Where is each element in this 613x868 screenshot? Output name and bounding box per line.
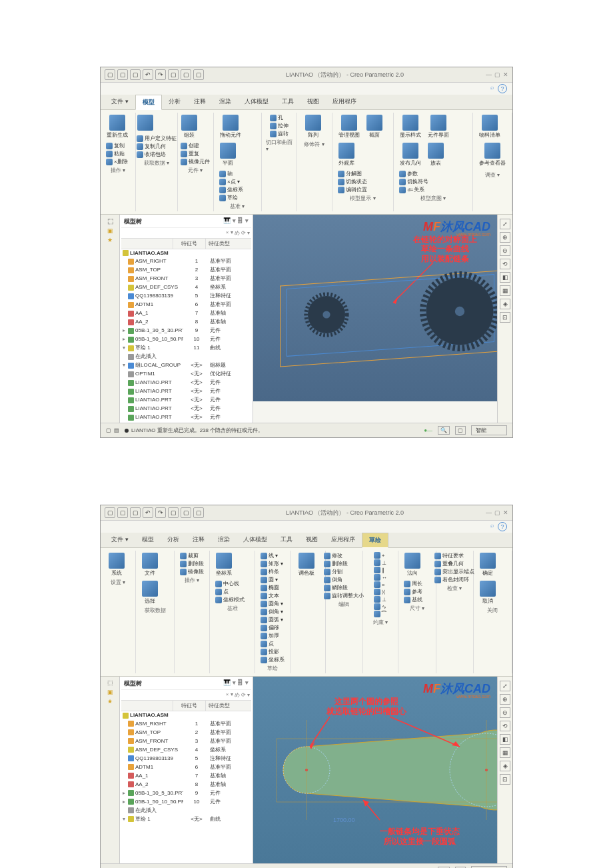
tree-row[interactable]: ASM_DEF_CSYS4坐标系 [121,745,251,754]
tree-row[interactable]: ASM_RIGHT1基准平面 [121,719,251,728]
qat-regen-icon[interactable]: ▢ [168,69,179,80]
ribbon-button-small[interactable]: 创建 [179,142,211,149]
ribbon-button-small[interactable]: 镜像元件 [179,158,211,165]
ribbon-button[interactable]: 管理视图 [336,114,362,139]
ribbon-button-small[interactable]: 投影 [259,648,286,655]
ribbon-button-small[interactable]: 样条 [259,568,286,575]
ribbon-button-small[interactable]: 复制 [105,142,129,149]
saved-view-icon[interactable]: ▦ [500,285,510,296]
qat-redo-icon[interactable]: ↷ [155,69,166,80]
ribbon-button-small[interactable]: 复制几何 [135,143,178,150]
tab-render[interactable]: 渲染 [213,95,238,109]
tab-manikin[interactable]: 人体模型 [238,95,275,109]
repaint-icon[interactable]: ⟲ [500,721,510,731]
tree-row[interactable]: ▾草绘 111曲线 [121,343,251,352]
viewport-sketch[interactable]: MF沐风CAD www.mfcad.com 这里两个圆的参照 就选取链轮的凹槽圆… [253,677,497,863]
repaint-icon[interactable]: ⟲ [500,259,510,269]
tab-apps[interactable]: 应用程序 [324,533,362,547]
display-icon[interactable]: ▦ [500,747,510,758]
minimize-icon[interactable]: — [486,509,492,516]
ribbon-button-small[interactable]: 圆角 ▾ [259,600,286,607]
star-icon[interactable]: ★ [107,237,113,243]
ribbon-button[interactable]: 组装 [179,114,199,139]
ribbon-button-small[interactable]: 删除段 [179,560,205,567]
close-icon[interactable]: ✕ [503,509,508,516]
tree-row[interactable]: OPTIM1<无>优化特征 [121,369,251,378]
ribbon-button-small[interactable]: 轴 [218,170,245,177]
tree-row[interactable]: ▸05B-1_50_10_50.PRT10元件 [121,797,251,806]
tab-model[interactable]: 模型 [135,533,161,547]
maximize-icon[interactable]: ▢ [494,509,500,516]
ribbon-button[interactable]: 法向 [402,552,422,577]
tree-row[interactable]: AA_28基准轴 [121,317,251,326]
ribbon-button-small[interactable]: 线 ▾ [259,552,286,559]
ribbon-button-small[interactable]: ⊥ [372,596,388,603]
datum-icon[interactable]: ⊡ [500,312,510,323]
ribbon-button-small[interactable]: ∿ [372,603,388,610]
tree-root[interactable]: LIANTIAO.ASM [121,249,251,257]
ribbon-button-small[interactable]: ×点 ▾ [218,178,245,185]
qat-open-icon[interactable]: ▢ [117,69,128,80]
close-icon[interactable]: ✕ [503,71,508,78]
ribbon-button-small[interactable]: 拉伸 [269,122,290,129]
ribbon-button-small[interactable]: 粘贴 [105,150,129,157]
tree-row[interactable]: AA_28基准轴 [121,780,251,789]
ribbon-button[interactable]: 取消 [478,580,498,605]
zoom-out-icon[interactable]: ⊖ [500,245,510,256]
qat-undo-icon[interactable]: ↶ [143,69,153,80]
ribbon-button-small[interactable]: 参考 [402,588,424,595]
ribbon-button-small[interactable]: ↔ [372,574,388,581]
ribbon-button[interactable]: 文件 [140,552,160,577]
status-browser-icon[interactable]: ▤ [114,427,119,433]
ribbon-button[interactable]: 发布几何 [398,142,423,167]
zoom-out-icon[interactable]: ⊖ [500,707,510,718]
tree-icon[interactable]: ⬚ [107,217,113,225]
ribbon-button-small[interactable]: 分解图 [336,170,368,177]
ribbon-button-small[interactable]: 重叠几何 [433,560,476,567]
ribbon-button-small[interactable]: 编辑位置 [336,186,368,193]
ribbon-button-small[interactable]: 修改 [322,552,365,559]
tree-row[interactable]: AA_17基准轴 [121,309,251,317]
tree-row[interactable]: ▾草绘 1<无>曲线 [121,815,251,823]
qat-regen-icon[interactable]: ▢ [168,507,179,518]
tab-analysis[interactable]: 分析 [162,95,187,109]
tree-row[interactable]: 在此插入 [121,352,251,361]
tab-manikin[interactable]: 人体模型 [237,533,274,547]
tab-annotate[interactable]: 注释 [187,95,213,109]
ribbon-button[interactable] [135,114,155,132]
ribbon-button-small[interactable]: 偏移 [259,624,286,631]
tree-row[interactable]: LIANTIAO.PRT<无>元件 [121,404,251,413]
refit-icon[interactable]: ⤢ [500,681,510,691]
viewport-3d[interactable]: MF沐风CAD www.mfcad.com 在链轮的对称面上 草绘一条曲线 用以… [253,215,497,401]
ribbon-button-small[interactable]: ∥ [372,567,388,573]
tree-settings-icon[interactable]: 🎹 ▾ 🗄 ▾ [223,679,249,688]
help-icon[interactable]: ? [498,522,507,531]
ribbon-button-small[interactable]: ×删除 [105,158,129,165]
ribbon-button-small[interactable]: 中心线 [214,580,246,587]
ribbon-button[interactable]: 选择 [140,580,160,605]
tab-file[interactable]: 文件 ▾ [105,95,135,109]
ribbon-button[interactable]: 系统 [107,552,127,577]
ribbon-button[interactable]: 确定 [478,552,498,577]
ribbon-button-small[interactable]: 坐标模式 [214,596,246,603]
tree-row[interactable]: ▸05B-1_30_5_30.PRT9元件 [121,326,251,335]
tree-root[interactable]: LIANTIAO.ASM [121,711,251,719]
ribbon-button-small[interactable]: 收缩包络 [135,151,178,158]
display-style-icon[interactable]: ◧ [500,272,510,283]
tree-row[interactable]: 在此插入 [121,806,251,815]
tree-row[interactable]: AA_17基准轴 [121,771,251,780]
ribbon-button-small[interactable]: 镜像段 [179,568,205,575]
tree-row[interactable]: QQ11988031395注释特征 [121,754,251,763]
folder-icon[interactable]: ▣ [107,227,113,234]
ribbon-button-small[interactable]: d=关系 [398,186,430,193]
tab-sketch[interactable]: 草绘 [362,533,388,548]
ribbon-button-small[interactable]: 基线 [402,596,424,603]
ribbon-button[interactable]: 重新生成 [105,114,130,139]
search-icon[interactable]: ⌕ [490,84,494,93]
ribbon-button-small[interactable]: ⊥ [372,559,388,566]
ribbon-button[interactable]: 平面 [218,142,238,167]
ribbon-button-small[interactable]: ᛞ [372,589,388,595]
tab-view[interactable]: 视图 [301,95,326,109]
tab-analysis[interactable]: 分析 [161,533,186,547]
qat-windows-icon[interactable]: ▢ [181,69,191,80]
